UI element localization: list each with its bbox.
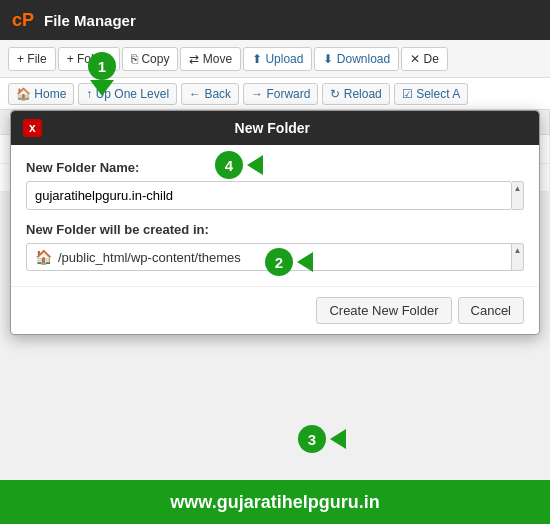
- path-value: /public_html/wp-content/themes: [58, 250, 241, 265]
- home-nav-button[interactable]: 🏠 Home: [8, 83, 74, 105]
- delete-button[interactable]: ✕ De: [401, 47, 448, 71]
- move-button[interactable]: ⇄ Move: [180, 47, 241, 71]
- bottom-banner: www.gujaratihelpguru.in: [0, 480, 550, 524]
- modal-close-button[interactable]: x: [23, 119, 42, 137]
- download-button[interactable]: ⬇ Download: [314, 47, 399, 71]
- created-in-label: New Folder will be created in:: [26, 222, 524, 237]
- banner-text: www.gujaratihelpguru.in: [170, 492, 379, 513]
- cpanel-logo: cP: [12, 10, 34, 31]
- forward-button[interactable]: → Forward: [243, 83, 318, 105]
- modal-body: New Folder Name: ▲ New Folder will be cr…: [11, 145, 539, 286]
- path-home-icon: 🏠: [35, 249, 52, 265]
- modal-title: New Folder: [235, 120, 310, 136]
- back-button[interactable]: ← Back: [181, 83, 239, 105]
- folder-name-input[interactable]: [26, 181, 512, 210]
- toolbar: + File + Folder ⎘ Copy ⇄ Move ⬆ Upload ⬇…: [0, 40, 550, 78]
- folder-name-label: New Folder Name:: [26, 160, 524, 175]
- copy-button[interactable]: ⎘ Copy: [122, 47, 178, 71]
- cancel-button[interactable]: Cancel: [458, 297, 524, 324]
- annotation-3: 3: [298, 425, 346, 453]
- header-bar: cP File Manager: [0, 0, 550, 40]
- create-folder-button[interactable]: Create New Folder: [316, 297, 451, 324]
- nav-bar: 🏠 Home ↑ Up One Level ← Back → Forward ↻…: [0, 78, 550, 110]
- folder-button[interactable]: + Folder: [58, 47, 120, 71]
- reload-button[interactable]: ↻ Reload: [322, 83, 389, 105]
- upload-button[interactable]: ⬆ Upload: [243, 47, 312, 71]
- select-all-button[interactable]: ☑ Select A: [394, 83, 468, 105]
- new-folder-modal: x New Folder New Folder Name: ▲ New Fold…: [10, 110, 540, 335]
- modal-footer: Create New Folder Cancel: [11, 286, 539, 334]
- app-title: File Manager: [44, 12, 136, 29]
- modal-header: x New Folder: [11, 111, 539, 145]
- file-button[interactable]: + File: [8, 47, 56, 71]
- up-level-button[interactable]: ↑ Up One Level: [78, 83, 177, 105]
